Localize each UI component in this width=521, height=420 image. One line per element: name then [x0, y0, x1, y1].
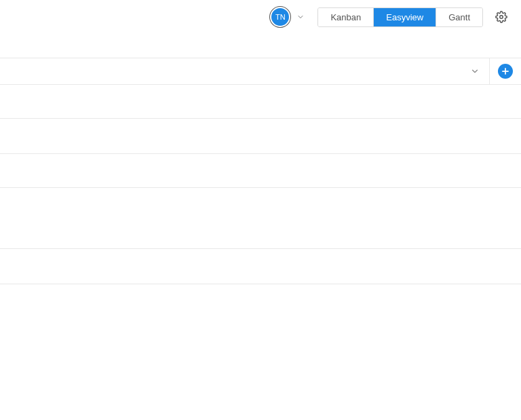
chevron-down-icon[interactable]	[296, 12, 305, 22]
add-button[interactable]	[498, 64, 513, 79]
plus-icon	[501, 66, 510, 76]
expand-toggle[interactable]	[461, 58, 490, 84]
list-row[interactable]	[0, 119, 521, 154]
view-switcher: Kanban Easyview Gantt	[317, 7, 483, 27]
view-gantt-button[interactable]: Gantt	[436, 8, 482, 26]
user-avatar-group[interactable]: TN	[270, 7, 305, 27]
settings-button[interactable]	[495, 11, 507, 23]
list-row[interactable]	[0, 249, 521, 284]
view-easyview-button[interactable]: Easyview	[374, 8, 436, 26]
toolbar-actions	[461, 58, 513, 84]
gear-icon	[495, 11, 507, 23]
svg-point-0	[500, 16, 503, 19]
header-spacer	[0, 34, 521, 58]
avatar-initials: TN	[275, 13, 286, 21]
view-kanban-button[interactable]: Kanban	[318, 8, 374, 26]
app-header: TN Kanban Easyview Gantt	[0, 0, 521, 34]
chevron-down-icon	[470, 66, 480, 76]
list-row[interactable]	[0, 85, 521, 119]
user-avatar[interactable]: TN	[270, 7, 290, 27]
list-row[interactable]	[0, 188, 521, 249]
list-row[interactable]	[0, 154, 521, 188]
filter-toolbar	[0, 58, 521, 85]
